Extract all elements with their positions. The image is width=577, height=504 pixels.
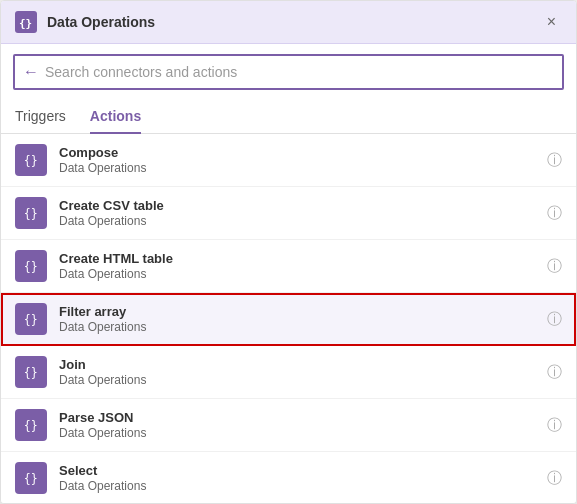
action-name-create-html: Create HTML table	[59, 251, 539, 266]
header-left: {} Data Operations	[15, 11, 155, 33]
svg-text:{}: {}	[24, 419, 38, 433]
info-icon-select[interactable]: ⓘ	[547, 469, 562, 488]
dialog-header: {} Data Operations ×	[1, 1, 576, 44]
action-text-join: Join Data Operations	[59, 357, 539, 387]
action-name-join: Join	[59, 357, 539, 372]
info-icon-create-csv[interactable]: ⓘ	[547, 204, 562, 223]
action-subtitle-parse-json: Data Operations	[59, 426, 539, 440]
tab-actions[interactable]: Actions	[90, 100, 141, 134]
search-input[interactable]	[45, 56, 554, 88]
action-icon-create-html: {}	[15, 250, 47, 282]
dialog-title: Data Operations	[47, 14, 155, 30]
action-name-compose: Compose	[59, 145, 539, 160]
action-icon-parse-json: {}	[15, 409, 47, 441]
svg-text:{}: {}	[24, 207, 38, 221]
header-icon: {}	[15, 11, 37, 33]
tab-triggers[interactable]: Triggers	[15, 100, 66, 134]
search-bar: ←	[13, 54, 564, 90]
action-icon-create-csv: {}	[15, 197, 47, 229]
action-subtitle-filter-array: Data Operations	[59, 320, 539, 334]
info-icon-compose[interactable]: ⓘ	[547, 151, 562, 170]
info-icon-parse-json[interactable]: ⓘ	[547, 416, 562, 435]
close-button[interactable]: ×	[541, 11, 562, 33]
back-button[interactable]: ←	[23, 63, 39, 81]
svg-text:{}: {}	[24, 313, 38, 327]
info-icon-join[interactable]: ⓘ	[547, 363, 562, 382]
action-item-create-csv[interactable]: {} Create CSV table Data Operations ⓘ	[1, 187, 576, 240]
action-subtitle-select: Data Operations	[59, 479, 539, 493]
action-item-compose[interactable]: {} Compose Data Operations ⓘ	[1, 134, 576, 187]
action-icon-join: {}	[15, 356, 47, 388]
action-item-parse-json[interactable]: {} Parse JSON Data Operations ⓘ	[1, 399, 576, 452]
info-icon-create-html[interactable]: ⓘ	[547, 257, 562, 276]
svg-text:{}: {}	[24, 154, 38, 168]
action-text-compose: Compose Data Operations	[59, 145, 539, 175]
action-item-filter-array[interactable]: {} Filter array Data Operations ⓘ	[1, 293, 576, 346]
dialog: {} Data Operations × ← Triggers Actions …	[0, 0, 577, 504]
action-icon-compose: {}	[15, 144, 47, 176]
action-subtitle-create-csv: Data Operations	[59, 214, 539, 228]
action-text-parse-json: Parse JSON Data Operations	[59, 410, 539, 440]
action-icon-filter-array: {}	[15, 303, 47, 335]
svg-text:{}: {}	[24, 366, 38, 380]
action-text-filter-array: Filter array Data Operations	[59, 304, 539, 334]
action-name-create-csv: Create CSV table	[59, 198, 539, 213]
action-item-create-html[interactable]: {} Create HTML table Data Operations ⓘ	[1, 240, 576, 293]
action-subtitle-join: Data Operations	[59, 373, 539, 387]
actions-list: {} Compose Data Operations ⓘ {} Create C…	[1, 134, 576, 503]
svg-text:{}: {}	[19, 17, 32, 30]
info-icon-filter-array[interactable]: ⓘ	[547, 310, 562, 329]
action-name-parse-json: Parse JSON	[59, 410, 539, 425]
action-item-join[interactable]: {} Join Data Operations ⓘ	[1, 346, 576, 399]
svg-text:{}: {}	[24, 472, 38, 486]
action-name-select: Select	[59, 463, 539, 478]
tabs-bar: Triggers Actions	[1, 100, 576, 134]
action-text-select: Select Data Operations	[59, 463, 539, 493]
action-subtitle-compose: Data Operations	[59, 161, 539, 175]
action-icon-select: {}	[15, 462, 47, 494]
svg-text:{}: {}	[24, 260, 38, 274]
action-item-select[interactable]: {} Select Data Operations ⓘ	[1, 452, 576, 503]
action-name-filter-array: Filter array	[59, 304, 539, 319]
action-text-create-html: Create HTML table Data Operations	[59, 251, 539, 281]
action-subtitle-create-html: Data Operations	[59, 267, 539, 281]
action-text-create-csv: Create CSV table Data Operations	[59, 198, 539, 228]
